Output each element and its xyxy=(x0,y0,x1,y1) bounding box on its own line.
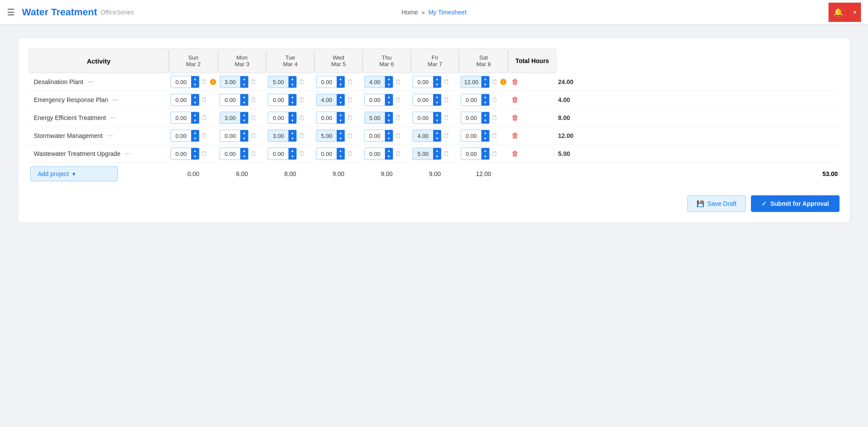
note-button[interactable]: 🗒 xyxy=(491,78,498,85)
time-input[interactable] xyxy=(461,95,481,105)
note-button[interactable]: 🗒 xyxy=(201,150,207,157)
note-button[interactable]: 🗒 xyxy=(201,78,207,85)
spin-down-button[interactable]: ▼ xyxy=(433,118,441,124)
spin-up-button[interactable]: ▲ xyxy=(337,148,345,154)
spin-up-button[interactable]: ▲ xyxy=(288,112,296,118)
spin-up-button[interactable]: ▲ xyxy=(433,94,441,100)
spin-up-button[interactable]: ▲ xyxy=(385,76,393,82)
time-input[interactable] xyxy=(365,95,385,105)
time-input[interactable] xyxy=(268,131,288,141)
breadcrumb-home[interactable]: Home xyxy=(402,9,418,16)
spin-down-button[interactable]: ▼ xyxy=(288,118,296,124)
spin-down-button[interactable]: ▼ xyxy=(337,82,345,88)
time-input[interactable] xyxy=(461,77,481,87)
spin-up-button[interactable]: ▲ xyxy=(288,94,296,100)
note-button[interactable]: 🗒 xyxy=(299,78,305,85)
time-input[interactable] xyxy=(171,77,191,87)
note-button[interactable]: 🗒 xyxy=(395,132,401,139)
more-options-button[interactable]: ··· xyxy=(122,150,133,158)
spin-down-button[interactable]: ▼ xyxy=(433,154,441,159)
time-input[interactable] xyxy=(365,131,385,141)
delete-row-button[interactable]: 🗑 xyxy=(510,114,520,122)
hamburger-icon[interactable]: ☰ xyxy=(7,7,15,18)
spin-down-button[interactable]: ▼ xyxy=(240,100,248,106)
spin-down-button[interactable]: ▼ xyxy=(240,136,248,141)
spin-down-button[interactable]: ▼ xyxy=(240,154,248,159)
spin-down-button[interactable]: ▼ xyxy=(288,82,296,88)
time-input[interactable] xyxy=(317,95,337,105)
note-button[interactable]: 🗒 xyxy=(347,78,353,85)
more-options-button[interactable]: ··· xyxy=(110,96,121,104)
spin-up-button[interactable]: ▲ xyxy=(433,148,441,154)
note-button[interactable]: 🗒 xyxy=(299,150,305,157)
time-input[interactable] xyxy=(268,95,288,105)
more-options-button[interactable]: ··· xyxy=(85,78,96,86)
delete-row-button[interactable]: 🗑 xyxy=(510,132,520,140)
delete-row-button[interactable]: 🗑 xyxy=(510,78,520,86)
spin-up-button[interactable]: ▲ xyxy=(337,130,345,136)
more-options-button[interactable]: ··· xyxy=(104,132,115,140)
note-button[interactable]: 🗒 xyxy=(395,150,401,157)
spin-up-button[interactable]: ▲ xyxy=(191,94,199,100)
spin-up-button[interactable]: ▲ xyxy=(240,76,248,82)
submit-approval-button[interactable]: ✓ Submit for Approval xyxy=(751,195,840,212)
time-input[interactable] xyxy=(220,95,240,105)
note-button[interactable]: 🗒 xyxy=(491,150,498,157)
spin-up-button[interactable]: ▲ xyxy=(481,148,489,154)
spin-up-button[interactable]: ▲ xyxy=(337,112,345,118)
spin-up-button[interactable]: ▲ xyxy=(481,76,489,82)
spin-up-button[interactable]: ▲ xyxy=(385,112,393,118)
more-options-button[interactable]: ··· xyxy=(108,114,119,122)
spin-up-button[interactable]: ▲ xyxy=(240,112,248,118)
note-button[interactable]: 🗒 xyxy=(250,150,256,157)
note-button[interactable]: 🗒 xyxy=(443,78,449,85)
spin-up-button[interactable]: ▲ xyxy=(288,130,296,136)
spin-down-button[interactable]: ▼ xyxy=(191,118,199,124)
spin-down-button[interactable]: ▼ xyxy=(385,100,393,106)
spin-up-button[interactable]: ▲ xyxy=(433,112,441,118)
spin-up-button[interactable]: ▲ xyxy=(385,94,393,100)
add-project-button[interactable]: Add project ▾ xyxy=(30,166,118,181)
note-button[interactable]: 🗒 xyxy=(250,114,256,121)
note-button[interactable]: 🗒 xyxy=(443,114,449,121)
spin-up-button[interactable]: ▲ xyxy=(191,148,199,154)
spin-up-button[interactable]: ▲ xyxy=(433,76,441,82)
notification-button[interactable]: 🔔 xyxy=(829,3,848,22)
spin-up-button[interactable]: ▲ xyxy=(191,112,199,118)
spin-down-button[interactable]: ▼ xyxy=(191,136,199,141)
time-input[interactable] xyxy=(268,113,288,123)
spin-up-button[interactable]: ▲ xyxy=(433,130,441,136)
time-input[interactable] xyxy=(171,149,191,159)
note-button[interactable]: 🗒 xyxy=(491,132,498,139)
note-button[interactable]: 🗒 xyxy=(491,114,498,121)
spin-down-button[interactable]: ▼ xyxy=(288,154,296,159)
note-button[interactable]: 🗒 xyxy=(395,96,401,103)
user-dropdown-button[interactable]: ▾ xyxy=(848,3,861,22)
spin-down-button[interactable]: ▼ xyxy=(481,136,489,141)
spin-up-button[interactable]: ▲ xyxy=(288,148,296,154)
note-button[interactable]: 🗒 xyxy=(443,132,449,139)
note-button[interactable]: 🗒 xyxy=(491,96,498,103)
note-button[interactable]: 🗒 xyxy=(395,78,401,85)
spin-down-button[interactable]: ▼ xyxy=(385,136,393,141)
breadcrumb-current[interactable]: My Timesheet xyxy=(428,9,466,16)
spin-down-button[interactable]: ▼ xyxy=(288,100,296,106)
time-input[interactable] xyxy=(365,149,385,159)
time-input[interactable] xyxy=(317,131,337,141)
spin-up-button[interactable]: ▲ xyxy=(337,76,345,82)
time-input[interactable] xyxy=(413,95,433,105)
time-input[interactable] xyxy=(461,149,481,159)
time-input[interactable] xyxy=(220,113,240,123)
spin-up-button[interactable]: ▲ xyxy=(385,130,393,136)
time-input[interactable] xyxy=(171,95,191,105)
spin-down-button[interactable]: ▼ xyxy=(240,118,248,124)
spin-down-button[interactable]: ▼ xyxy=(385,82,393,88)
spin-up-button[interactable]: ▲ xyxy=(337,94,345,100)
note-button[interactable]: 🗒 xyxy=(299,114,305,121)
spin-down-button[interactable]: ▼ xyxy=(191,154,199,159)
spin-up-button[interactable]: ▲ xyxy=(240,148,248,154)
spin-down-button[interactable]: ▼ xyxy=(481,154,489,159)
time-input[interactable] xyxy=(365,77,385,87)
time-input[interactable] xyxy=(317,149,337,159)
spin-up-button[interactable]: ▲ xyxy=(481,130,489,136)
